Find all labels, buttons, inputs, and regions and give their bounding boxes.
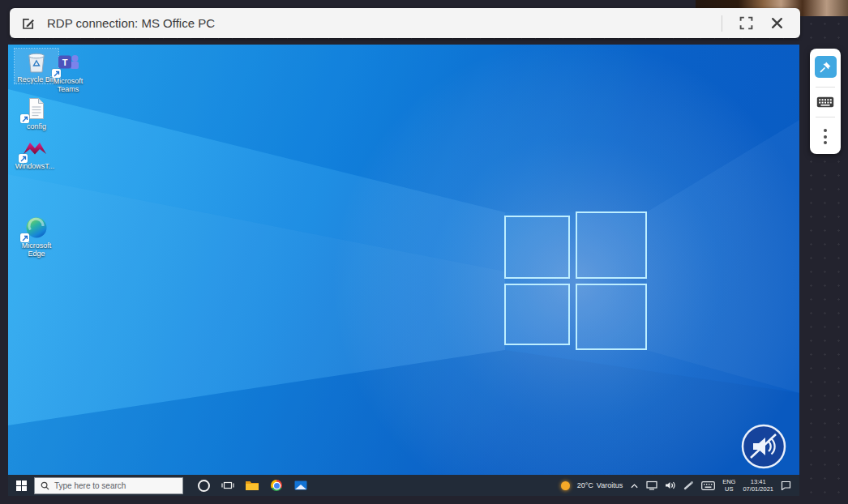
- language-indicator[interactable]: ENG US: [722, 478, 735, 493]
- toolbar-divider: [816, 117, 835, 117]
- action-center-icon: [781, 481, 791, 490]
- pen-icon: [683, 481, 694, 490]
- rdp-connection-title: RDP connection: MS Office PC: [47, 16, 215, 30]
- sound-muted-icon[interactable]: [739, 422, 788, 471]
- more-options-button[interactable]: [819, 126, 832, 147]
- keyboard-icon: [816, 96, 834, 108]
- weather-temperature: 20°C: [577, 481, 593, 489]
- virtual-keyboard-button[interactable]: [816, 96, 834, 108]
- windows-logo-icon: [16, 481, 27, 491]
- chrome-icon: [271, 480, 282, 491]
- desktop-icon-microsoft-teams[interactable]: T Microsoft Teams: [46, 50, 90, 94]
- start-button[interactable]: [8, 475, 34, 496]
- network-status-button[interactable]: [646, 481, 657, 490]
- weather-icon[interactable]: [561, 481, 570, 490]
- file-explorer-button[interactable]: [245, 478, 259, 493]
- pin-toolbar-button[interactable]: [815, 56, 837, 78]
- action-center-button[interactable]: [781, 481, 791, 490]
- task-view-icon: [221, 480, 234, 491]
- app-background: RDP connection: MS Office PC: [0, 0, 848, 504]
- config-document-icon: [23, 96, 50, 122]
- shortcut-arrow-icon: [20, 114, 29, 123]
- microsoft-edge-icon: [23, 215, 50, 241]
- show-hidden-icons-button[interactable]: [630, 482, 639, 489]
- remote-desktop-viewport[interactable]: Recycle Bin T Microsoft Teams: [8, 45, 799, 496]
- shortcut-arrow-icon: [19, 154, 28, 163]
- network-monitor-icon: [646, 481, 657, 490]
- desktop-icon-microsoft-edge[interactable]: Microsoft Edge: [15, 215, 58, 258]
- desktop-icon-label: WindowsT...: [15, 162, 55, 170]
- close-icon[interactable]: [769, 16, 784, 31]
- pen-settings-button[interactable]: [683, 481, 694, 490]
- shortcut-arrow-icon: [20, 233, 29, 242]
- windows-taskbar: Type here to search: [8, 475, 799, 496]
- desktop-icon-label: config: [27, 122, 46, 130]
- search-placeholder: Type here to search: [54, 481, 126, 490]
- windows-wallpaper: [8, 45, 799, 475]
- microsoft-teams-icon: T: [54, 50, 82, 76]
- rdp-titlebar: RDP connection: MS Office PC: [10, 8, 800, 38]
- desktop-icon-label: Microsoft Teams: [46, 77, 90, 94]
- task-view-button[interactable]: [221, 478, 235, 493]
- weather-widget[interactable]: 20°C Varoitus: [577, 481, 623, 489]
- chrome-button[interactable]: [269, 478, 284, 493]
- file-explorer-icon: [245, 480, 259, 491]
- language-line1: ENG: [722, 478, 735, 485]
- language-line2: US: [725, 485, 733, 493]
- shortcut-arrow-icon: [52, 69, 61, 78]
- search-icon: [41, 481, 49, 490]
- clock-time: 13:41: [751, 478, 766, 485]
- speaker-icon: [665, 481, 676, 490]
- clock-date: 07/01/2021: [743, 485, 773, 493]
- pushpin-icon: [819, 61, 832, 74]
- toolbar-divider: [816, 87, 835, 88]
- rdp-side-toolbar: [810, 49, 841, 154]
- touch-keyboard-button[interactable]: [701, 481, 715, 490]
- svg-text:T: T: [62, 58, 68, 67]
- clock[interactable]: 13:41 07/01/2021: [743, 478, 773, 493]
- windows-t-app-icon: [21, 135, 49, 161]
- desktop-icon-windows-t[interactable]: WindowsT...: [13, 135, 57, 170]
- titlebar-divider: [722, 15, 722, 32]
- taskbar-search-input[interactable]: Type here to search: [34, 477, 183, 494]
- chevron-up-icon: [630, 482, 639, 489]
- mail-icon: [294, 481, 307, 490]
- desktop-icon-label: Microsoft Edge: [15, 241, 58, 258]
- cortana-icon: [198, 480, 210, 492]
- mail-button[interactable]: [293, 478, 308, 493]
- desktop-icon-config[interactable]: config: [15, 96, 58, 130]
- volume-button[interactable]: [665, 481, 676, 490]
- cortana-button[interactable]: [196, 478, 211, 493]
- fullscreen-icon[interactable]: [739, 16, 753, 31]
- edit-connection-icon[interactable]: [21, 16, 36, 31]
- touch-keyboard-icon: [701, 481, 715, 490]
- system-tray: 20°C Varoitus: [561, 478, 799, 493]
- weather-status: Varoitus: [597, 481, 623, 489]
